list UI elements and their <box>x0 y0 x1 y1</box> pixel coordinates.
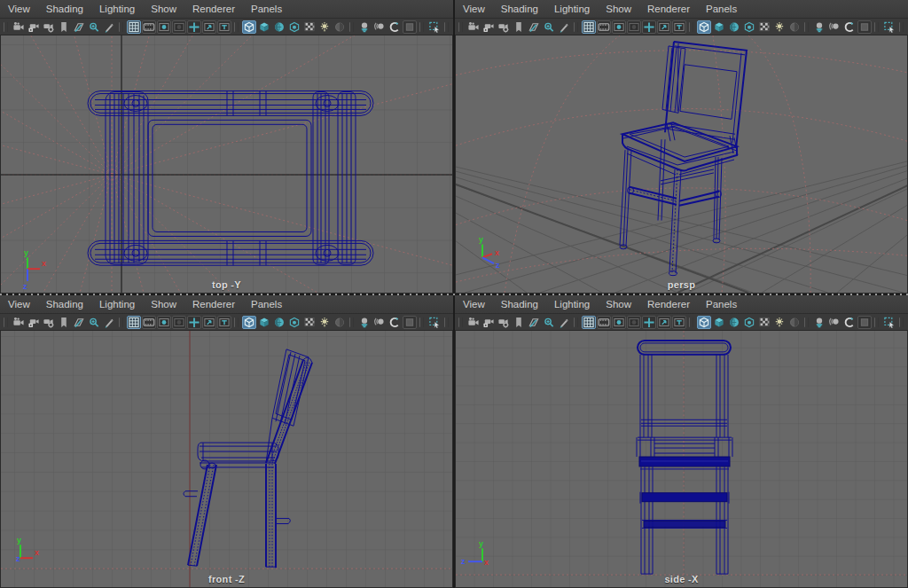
camera-attributes-icon[interactable] <box>497 20 511 34</box>
gate-mask-icon[interactable] <box>627 20 641 34</box>
textured-icon[interactable] <box>727 20 741 34</box>
menu-view[interactable]: View <box>455 0 493 18</box>
grid-icon[interactable] <box>582 20 596 34</box>
resolution-gate-icon[interactable] <box>612 20 626 34</box>
textured-icon[interactable] <box>272 20 286 34</box>
camera-attributes-icon[interactable] <box>42 316 56 329</box>
field-chart-icon[interactable] <box>642 20 656 34</box>
wireframe-on-shaded-icon[interactable] <box>757 316 771 329</box>
viewport-persp[interactable]: y x z persp <box>455 35 908 294</box>
field-chart-icon[interactable] <box>187 20 201 34</box>
use-default-material-icon[interactable] <box>742 316 756 329</box>
bookmark-icon[interactable] <box>512 316 526 329</box>
menu-panels[interactable]: Panels <box>698 295 745 313</box>
use-default-material-icon[interactable] <box>742 20 756 34</box>
pan-zoom-icon[interactable] <box>87 316 101 329</box>
image-plane-icon[interactable] <box>72 20 86 34</box>
textured-icon[interactable] <box>727 316 741 329</box>
wireframe-icon[interactable] <box>697 316 711 329</box>
lock-camera-icon[interactable] <box>27 20 41 34</box>
gate-mask-icon[interactable] <box>172 316 186 329</box>
film-gate-icon[interactable] <box>597 20 611 34</box>
safe-title-icon[interactable] <box>217 20 231 34</box>
shadows-icon[interactable] <box>787 20 802 34</box>
smooth-shaded-icon[interactable] <box>257 20 271 34</box>
camera-attributes-icon[interactable] <box>42 20 56 34</box>
lights-icon[interactable] <box>317 316 332 329</box>
menu-show[interactable]: Show <box>143 295 184 313</box>
bookmark-icon[interactable] <box>57 20 71 34</box>
grease-pencil-icon[interactable] <box>557 20 571 34</box>
grid-icon[interactable] <box>582 316 596 329</box>
safe-action-icon[interactable] <box>657 20 671 34</box>
lock-camera-icon[interactable] <box>27 316 41 329</box>
smooth-shaded-icon[interactable] <box>257 316 271 329</box>
wireframe-icon[interactable] <box>697 20 711 34</box>
viewport-top[interactable]: y x z top -Y <box>0 35 453 294</box>
wireframe-on-shaded-icon[interactable] <box>302 20 317 34</box>
viewport-front[interactable]: y x z front -Z <box>0 331 453 588</box>
use-default-material-icon[interactable] <box>287 316 301 329</box>
bookmark-icon[interactable] <box>57 316 71 329</box>
menu-view[interactable]: View <box>455 295 493 313</box>
menu-shading[interactable]: Shading <box>493 295 546 313</box>
smooth-shaded-icon[interactable] <box>712 20 726 34</box>
menu-lighting[interactable]: Lighting <box>91 295 143 313</box>
film-gate-icon[interactable] <box>597 316 611 329</box>
select-camera-icon[interactable] <box>466 20 481 34</box>
safe-action-icon[interactable] <box>657 316 671 329</box>
shadows-icon[interactable] <box>333 316 347 329</box>
menu-lighting[interactable]: Lighting <box>91 0 143 18</box>
multisample-icon[interactable] <box>387 20 402 34</box>
resolution-gate-icon[interactable] <box>157 316 171 329</box>
menu-view[interactable]: View <box>0 295 38 313</box>
image-plane-icon[interactable] <box>72 316 86 329</box>
depth-of-field-icon[interactable] <box>857 20 872 34</box>
resolution-gate-icon[interactable] <box>612 316 626 329</box>
lights-icon[interactable] <box>772 20 787 34</box>
gate-mask-icon[interactable] <box>627 316 641 329</box>
wireframe-on-shaded-icon[interactable] <box>302 316 317 329</box>
gate-mask-icon[interactable] <box>172 20 186 34</box>
menu-panels[interactable]: Panels <box>698 0 745 18</box>
grid-icon[interactable] <box>127 20 141 34</box>
lock-camera-icon[interactable] <box>481 20 496 34</box>
lights-icon[interactable] <box>772 316 787 329</box>
grease-pencil-icon[interactable] <box>102 20 116 34</box>
textured-icon[interactable] <box>272 316 286 329</box>
grid-icon[interactable] <box>127 316 141 329</box>
menu-lighting[interactable]: Lighting <box>546 295 598 313</box>
motion-blur-icon[interactable] <box>372 316 387 329</box>
menu-renderer[interactable]: Renderer <box>639 295 698 313</box>
menu-shading[interactable]: Shading <box>493 0 546 18</box>
safe-title-icon[interactable] <box>217 316 231 329</box>
depth-of-field-icon[interactable] <box>857 316 872 329</box>
bookmark-icon[interactable] <box>512 20 526 34</box>
safe-title-icon[interactable] <box>672 316 686 329</box>
select-camera-icon[interactable] <box>466 316 481 329</box>
shadows-icon[interactable] <box>787 316 802 329</box>
occlusion-icon[interactable] <box>812 316 826 329</box>
resolution-gate-icon[interactable] <box>157 20 171 34</box>
motion-blur-icon[interactable] <box>372 20 387 34</box>
menu-show[interactable]: Show <box>143 0 184 18</box>
occlusion-icon[interactable] <box>357 316 372 329</box>
isolate-select-icon[interactable] <box>427 20 442 34</box>
menu-show[interactable]: Show <box>598 295 639 313</box>
wireframe-on-shaded-icon[interactable] <box>757 20 771 34</box>
safe-title-icon[interactable] <box>672 20 686 34</box>
menu-panels[interactable]: Panels <box>243 0 290 18</box>
pan-zoom-icon[interactable] <box>542 20 556 34</box>
lights-icon[interactable] <box>317 20 332 34</box>
multisample-icon[interactable] <box>842 20 857 34</box>
camera-attributes-icon[interactable] <box>497 316 511 329</box>
menu-show[interactable]: Show <box>598 0 639 18</box>
motion-blur-icon[interactable] <box>827 316 841 329</box>
pan-zoom-icon[interactable] <box>542 316 556 329</box>
menu-renderer[interactable]: Renderer <box>639 0 698 18</box>
lock-camera-icon[interactable] <box>481 316 496 329</box>
menu-lighting[interactable]: Lighting <box>546 0 598 18</box>
film-gate-icon[interactable] <box>142 316 156 329</box>
select-camera-icon[interactable] <box>12 20 26 34</box>
shadows-icon[interactable] <box>333 20 347 34</box>
